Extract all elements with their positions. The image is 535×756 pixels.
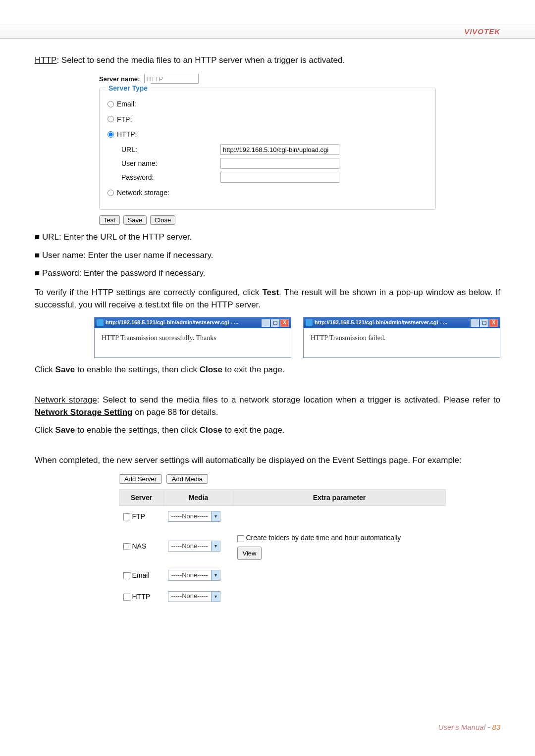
radio-ftp[interactable] xyxy=(107,116,114,122)
username-label: User name: xyxy=(121,158,220,168)
radio-network-storage-label: Network storage: xyxy=(117,188,169,198)
checkbox-email[interactable] xyxy=(123,572,130,579)
save-button[interactable]: Save xyxy=(123,215,147,225)
radio-ftp-row[interactable]: FTP: xyxy=(107,114,428,124)
minimize-icon[interactable]: _ xyxy=(471,319,479,327)
minimize-icon[interactable]: _ xyxy=(262,319,270,327)
http-intro-rest: : Select to send the media files to an H… xyxy=(56,55,345,65)
table-row-email: Email -----None-----▾ xyxy=(119,565,446,586)
popup-success-titlebar: http://192.168.5.121/cgi-bin/admin/tests… xyxy=(95,317,291,328)
url-input[interactable] xyxy=(220,144,339,155)
panel-button-row: Test Save Close xyxy=(99,214,500,226)
popup-success: http://192.168.5.121/cgi-bin/admin/tests… xyxy=(94,317,291,357)
footer: User's Manual - 83 xyxy=(438,723,500,731)
chevron-down-icon: ▾ xyxy=(211,511,220,521)
sel-http-text: -----None----- xyxy=(168,592,211,601)
cs2d: Close xyxy=(200,425,222,435)
close-icon[interactable]: X xyxy=(489,319,498,327)
row-email-label: Email xyxy=(132,571,150,579)
username-input[interactable] xyxy=(220,158,339,169)
checkbox-ftp[interactable] xyxy=(123,513,130,520)
checkbox-http[interactable] xyxy=(123,594,130,601)
popup-fail-url: http://192.168.5.121/cgi-bin/admin/tests… xyxy=(315,319,469,327)
radio-email-row[interactable]: Email: xyxy=(107,99,428,109)
popup-row: http://192.168.5.121/cgi-bin/admin/tests… xyxy=(94,317,500,357)
popup-success-body: HTTP Transmission successfully. Thanks xyxy=(95,328,291,357)
radio-network-storage-row[interactable]: Network storage: xyxy=(107,188,428,198)
radio-http-row[interactable]: HTTP: xyxy=(107,129,428,139)
table-row-nas: NAS -----None-----▾ Create folders by da… xyxy=(119,527,446,565)
http-intro: HTTP: Select to send the media files to … xyxy=(35,54,500,67)
http-label-underline: HTTP xyxy=(35,55,56,65)
password-input[interactable] xyxy=(220,172,339,183)
test-button[interactable]: Test xyxy=(99,215,120,225)
media-select-http[interactable]: -----None-----▾ xyxy=(168,591,220,602)
server-type-fieldset: Server Type Email: FTP: HTTP: URL: xyxy=(99,88,436,210)
radio-email[interactable] xyxy=(107,101,114,107)
server-type-legend: Server Type xyxy=(106,83,151,93)
popup-success-url: http://192.168.5.121/cgi-bin/admin/tests… xyxy=(106,319,260,327)
ns-rest-b: on page 88 for details. xyxy=(132,407,218,417)
ns-rest-a: : Select to send the media files to a ne… xyxy=(97,395,500,404)
popup-fail-titlebar: http://192.168.5.121/cgi-bin/admin/tests… xyxy=(304,317,500,328)
network-storage-paragraph: Network storage: Select to send the medi… xyxy=(35,394,500,418)
sel-email-text: -----None----- xyxy=(168,571,211,580)
close-button[interactable]: Close xyxy=(150,215,175,225)
server-name-label: Server name: xyxy=(99,75,140,83)
add-media-button[interactable]: Add Media xyxy=(166,474,208,484)
checkbox-nas[interactable] xyxy=(123,543,130,550)
ie-icon xyxy=(306,319,313,326)
table-row-ftp: FTP -----None-----▾ xyxy=(119,506,446,527)
add-server-button[interactable]: Add Server xyxy=(119,474,162,484)
event-table: Add Server Add Media Server Media Extra … xyxy=(119,473,446,607)
chevron-down-icon: ▾ xyxy=(211,541,220,551)
radio-http-label: HTTP: xyxy=(117,129,137,139)
media-select-nas[interactable]: -----None-----▾ xyxy=(168,541,220,552)
cs1c: to enable the settings, then click xyxy=(75,365,199,374)
server-type-panel: Server name: Server Type Email: FTP: HTT… xyxy=(99,73,436,210)
click-save-2: Click Save to enable the settings, then … xyxy=(35,424,500,437)
window-buttons: _ ▢ X xyxy=(471,319,498,327)
bullet-username: User name: Enter the user name if necess… xyxy=(35,250,500,262)
cs2b: Save xyxy=(55,425,75,435)
cs1a: Click xyxy=(35,365,55,374)
media-select-ftp[interactable]: -----None-----▾ xyxy=(168,511,220,522)
server-name-input[interactable] xyxy=(144,74,199,84)
cs1e: to exit the page. xyxy=(222,365,285,374)
window-buttons: _ ▢ X xyxy=(262,319,289,327)
maximize-icon[interactable]: ▢ xyxy=(480,319,488,327)
sel-nas-text: -----None----- xyxy=(168,542,211,551)
verify-b: Test xyxy=(262,288,279,297)
row-nas-label: NAS xyxy=(132,542,147,550)
ns-label-underline: Network storage xyxy=(35,395,97,404)
radio-email-label: Email: xyxy=(117,99,136,109)
sel-ftp-text: -----None----- xyxy=(168,512,211,521)
radio-network-storage[interactable] xyxy=(107,190,114,196)
view-button[interactable]: View xyxy=(237,547,262,560)
media-select-email[interactable]: -----None-----▾ xyxy=(168,570,220,581)
th-media: Media xyxy=(164,489,233,505)
checkbox-create-folders[interactable] xyxy=(237,535,244,542)
cs2c: to enable the settings, then click xyxy=(75,425,199,435)
header-band: VIVOTEK xyxy=(0,24,535,39)
maximize-icon[interactable]: ▢ xyxy=(271,319,279,327)
verify-a: To verify if the HTTP settings are corre… xyxy=(35,288,262,297)
close-icon[interactable]: X xyxy=(280,319,289,327)
click-save-1: Click Save to enable the settings, then … xyxy=(35,364,500,376)
th-extra: Extra parameter xyxy=(233,489,446,505)
radio-http[interactable] xyxy=(107,131,114,138)
brand-label: VIVOTEK xyxy=(464,27,500,36)
bullet-password: Password: Enter the password if necessar… xyxy=(35,267,500,280)
cs2a: Click xyxy=(35,425,55,435)
ie-icon xyxy=(97,319,104,326)
username-row: User name: xyxy=(121,158,428,169)
row-ftp-label: FTP xyxy=(132,512,145,520)
cs1b: Save xyxy=(55,365,75,374)
th-server: Server xyxy=(119,489,164,505)
password-label: Password: xyxy=(121,172,220,182)
ns-link[interactable]: Network Storage Setting xyxy=(35,407,132,417)
url-label: URL: xyxy=(121,145,220,154)
row-http-label: HTTP xyxy=(132,593,151,601)
popup-fail: http://192.168.5.121/cgi-bin/admin/tests… xyxy=(303,317,500,357)
verify-paragraph: To verify if the HTTP settings are corre… xyxy=(35,287,500,311)
